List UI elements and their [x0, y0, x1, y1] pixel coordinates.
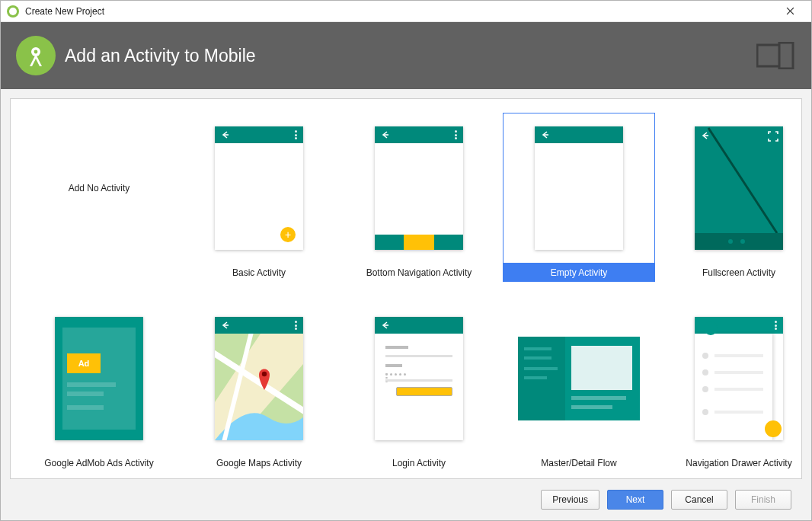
basic-activity-thumb: +	[215, 126, 303, 250]
form-factor-icon	[756, 42, 796, 69]
fullscreen-thumb	[695, 126, 783, 250]
svg-point-8	[262, 372, 267, 376]
template-label: Google Maps Activity	[183, 454, 335, 472]
header-banner: Add an Activity to Mobile	[1, 22, 811, 89]
overflow-icon	[295, 130, 297, 139]
overflow-icon	[295, 321, 297, 330]
template-gallery[interactable]: Add No Activity +	[10, 98, 802, 479]
back-arrow-icon	[381, 321, 390, 330]
overflow-icon	[775, 321, 777, 330]
template-no-activity[interactable]: Add No Activity	[23, 113, 175, 282]
template-label: Bottom Navigation Activity	[343, 264, 495, 282]
master-detail-thumb	[518, 337, 640, 420]
avatar-icon	[704, 321, 718, 335]
fab-icon: +	[280, 227, 296, 242]
bottom-nav-thumb	[375, 126, 463, 250]
template-label: Login Activity	[343, 454, 495, 472]
template-label: Empty Activity	[503, 264, 655, 282]
template-label: Navigation Drawer Activity	[663, 454, 802, 472]
empty-activity-thumb	[535, 126, 623, 250]
template-navigation-drawer[interactable]: Navigation Drawer Activity	[663, 303, 802, 472]
template-admob-activity[interactable]: Ad Google AdMob Ads Activity	[23, 303, 175, 472]
template-basic-activity[interactable]: + Basic Activity	[183, 113, 335, 282]
template-label: Basic Activity	[183, 264, 335, 282]
svg-line-4	[708, 128, 777, 233]
close-button[interactable]	[775, 1, 805, 22]
close-icon	[786, 7, 794, 15]
title-bar: Create New Project	[1, 1, 811, 22]
login-button-graphic	[396, 387, 452, 396]
ad-badge: Ad	[67, 353, 101, 373]
fab-icon	[765, 420, 782, 437]
no-activity-label: Add No Activity	[69, 183, 130, 193]
template-bottom-navigation[interactable]: Bottom Navigation Activity	[343, 113, 495, 282]
template-label: Google AdMob Ads Activity	[23, 454, 175, 472]
page-heading: Add an Activity to Mobile	[65, 46, 256, 66]
nav-drawer-thumb	[695, 317, 783, 440]
window-title: Create New Project	[25, 6, 104, 17]
finish-button[interactable]: Finish	[735, 490, 791, 510]
template-master-detail[interactable]: Master/Detail Flow	[503, 303, 655, 472]
dialog-window: Create New Project Add an Activity to Mo…	[0, 0, 812, 521]
admob-thumb: Ad	[55, 317, 143, 440]
android-studio-icon	[7, 5, 19, 18]
template-empty-activity[interactable]: Empty Activity	[503, 113, 655, 282]
template-label: Master/Detail Flow	[503, 454, 655, 472]
next-button[interactable]: Next	[607, 490, 663, 510]
back-arrow-icon	[221, 321, 230, 330]
template-label: Fullscreen Activity	[663, 264, 802, 282]
template-fullscreen-activity[interactable]: Fullscreen Activity	[663, 113, 802, 282]
map-graphic	[215, 334, 303, 440]
back-arrow-icon	[381, 130, 390, 139]
content-wrap: Add No Activity +	[1, 89, 811, 520]
overflow-icon	[455, 130, 457, 139]
login-thumb	[375, 317, 463, 440]
template-grid: Add No Activity +	[23, 113, 789, 472]
back-arrow-icon	[221, 130, 230, 139]
cancel-button[interactable]: Cancel	[671, 490, 727, 510]
template-maps-activity[interactable]: Google Maps Activity	[183, 303, 335, 472]
maps-thumb	[215, 317, 303, 440]
android-studio-logo-icon	[16, 36, 56, 75]
svg-rect-3	[779, 43, 793, 69]
back-arrow-icon	[541, 130, 550, 139]
svg-point-1	[34, 50, 38, 54]
diagonal-line	[695, 126, 783, 250]
previous-button[interactable]: Previous	[541, 490, 599, 510]
template-login-activity[interactable]: Login Activity	[343, 303, 495, 472]
wizard-footer: Previous Next Cancel Finish	[10, 479, 802, 520]
